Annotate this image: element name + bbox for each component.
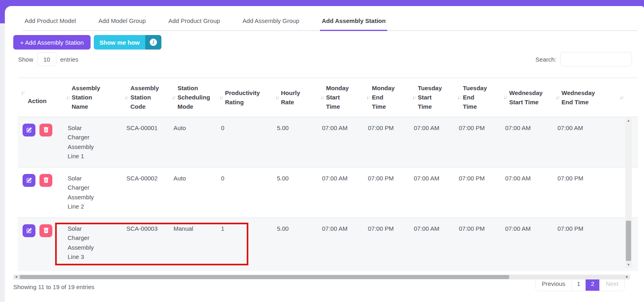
cell-tuesday-start: 07:00 AM bbox=[409, 167, 454, 217]
vertical-scroll-thumb[interactable] bbox=[626, 221, 631, 261]
entries-summary: Showing 11 to 19 of 19 entries bbox=[13, 283, 95, 290]
cell-clipped bbox=[606, 117, 638, 167]
delete-button[interactable] bbox=[39, 224, 52, 237]
cell-clipped bbox=[606, 217, 638, 271]
column-header-clipped[interactable]: ↓↑ bbox=[606, 78, 638, 117]
edit-button[interactable] bbox=[23, 124, 35, 137]
search-control: Search: bbox=[535, 52, 632, 66]
content-card: Add Product Model Add Model Group Add Pr… bbox=[5, 6, 644, 302]
sort-icon: ↓↑ bbox=[21, 89, 25, 95]
tab-add-assembly-station[interactable]: Add Assembly Station bbox=[320, 17, 387, 31]
search-label: Search: bbox=[535, 56, 556, 63]
edit-icon bbox=[26, 127, 32, 133]
scroll-down-arrow-icon[interactable]: ▼ bbox=[625, 262, 632, 268]
table-header-row: ↓↑ Action ↓↑ Assembly Station Name bbox=[18, 78, 638, 117]
cell-scheduling-mode: Auto bbox=[169, 117, 216, 167]
cell-station-code: SCA-00003 bbox=[122, 217, 169, 271]
cell-hourly-rate: 5.00 bbox=[272, 217, 317, 271]
cell-station-code: SCA-00001 bbox=[122, 117, 169, 167]
cell-wednesday-end: 07:00 PM bbox=[553, 217, 606, 271]
column-header-wednesday-end-time[interactable]: ↓↑ Wednesday End Time bbox=[553, 78, 606, 117]
tab-add-assembly-group[interactable]: Add Assembly Group bbox=[241, 17, 301, 31]
tab-add-model-group[interactable]: Add Model Group bbox=[97, 17, 148, 31]
cell-station-code: SCA-00002 bbox=[122, 167, 169, 217]
column-header-monday-end-time[interactable]: ↓↑ Monday End Time bbox=[363, 78, 409, 117]
show-label: Show bbox=[18, 56, 33, 63]
table-row-highlighted: Solar Charger Assembly Line 3 SCA-00003 … bbox=[18, 217, 638, 271]
cell-productivity-rating: 0 bbox=[216, 117, 272, 167]
scroll-up-arrow-icon[interactable]: ▲ bbox=[625, 118, 632, 124]
cell-clipped bbox=[606, 167, 638, 217]
cell-station-name: Solar Charger Assembly Line 3 bbox=[63, 217, 122, 271]
info-circle-glyph: i bbox=[150, 39, 157, 46]
column-header-tuesday-start-time[interactable]: ↓↑ Tuesday Start Time bbox=[409, 78, 454, 117]
column-header-assembly-station-name[interactable]: ↓↑ Assembly Station Name bbox=[63, 78, 122, 117]
vertical-scrollbar[interactable]: ▲ ▼ bbox=[625, 118, 632, 268]
sort-icon: ↓↑ bbox=[412, 94, 416, 100]
add-assembly-station-button[interactable]: + Add Assembly Station bbox=[13, 35, 91, 50]
toolbar: + Add Assembly Station Show me how i bbox=[13, 35, 161, 50]
cell-scheduling-mode: Auto bbox=[169, 167, 216, 217]
cell-station-name: Solar Charger Assembly Line 1 bbox=[63, 117, 122, 167]
cell-tuesday-start: 07:00 AM bbox=[409, 217, 454, 271]
cell-hourly-rate: 5.00 bbox=[272, 117, 317, 167]
cell-monday-end: 07:00 PM bbox=[363, 117, 409, 167]
cell-wednesday-end: 07:00 AM bbox=[553, 117, 606, 167]
sort-icon: ↓↑ bbox=[275, 94, 279, 100]
cell-monday-start: 07:00 AM bbox=[317, 167, 363, 217]
sort-icon: ↓↑ bbox=[457, 94, 461, 100]
show-me-how-label: Show me how bbox=[94, 35, 145, 50]
sort-icon: ↓↑ bbox=[620, 94, 623, 100]
cell-tuesday-end: 07:00 PM bbox=[454, 117, 500, 167]
assembly-station-table: ↓↑ Action ↓↑ Assembly Station Name bbox=[18, 78, 638, 271]
table-row: Solar Charger Assembly Line 2 SCA-00002 … bbox=[18, 167, 638, 217]
tab-add-product-group[interactable]: Add Product Group bbox=[167, 17, 221, 31]
column-header-action[interactable]: ↓↑ Action bbox=[18, 78, 63, 117]
column-header-station-scheduling-mode[interactable]: ↓↑ Station Scheduling Mode bbox=[169, 78, 216, 117]
column-header-hourly-rate[interactable]: ↓↑ Hourly Rate bbox=[272, 78, 317, 117]
action-cell bbox=[18, 117, 63, 167]
column-header-wednesday-start-time[interactable]: ↓↑ Wednesday Start Time bbox=[500, 78, 553, 117]
edit-button[interactable] bbox=[23, 174, 35, 187]
edit-button[interactable] bbox=[23, 224, 35, 237]
info-icon: i bbox=[145, 35, 161, 50]
trash-icon bbox=[43, 127, 49, 133]
delete-button[interactable] bbox=[39, 124, 52, 137]
delete-button[interactable] bbox=[39, 174, 52, 187]
cell-monday-end: 07:00 PM bbox=[363, 217, 409, 271]
tab-add-product-model[interactable]: Add Product Model bbox=[23, 17, 78, 31]
trash-icon bbox=[43, 228, 49, 234]
cell-wednesday-start: 07:00 AM bbox=[500, 217, 553, 271]
cell-monday-end: 07:00 PM bbox=[363, 167, 409, 217]
column-header-productivity-rating[interactable]: ↓↑ Productivity Rating bbox=[216, 78, 272, 117]
column-header-assembly-station-code[interactable]: ↓↑ Assembly Station Code bbox=[122, 78, 169, 117]
action-cell bbox=[18, 167, 63, 217]
cell-productivity-rating: 0 bbox=[216, 167, 272, 217]
cell-tuesday-end: 07:00 PM bbox=[454, 217, 500, 271]
page-size-select[interactable]: 10 bbox=[37, 52, 56, 66]
search-input[interactable] bbox=[560, 52, 632, 66]
column-header-monday-start-time[interactable]: ↓↑ Monday Start Time bbox=[317, 78, 363, 117]
cell-hourly-rate: 5.00 bbox=[272, 167, 317, 217]
list-controls: Show 10 entries Search: bbox=[18, 52, 632, 66]
horizontal-scroll-thumb[interactable] bbox=[20, 275, 509, 279]
sort-icon: ↓↑ bbox=[66, 94, 70, 100]
sort-icon: ↓↑ bbox=[320, 94, 324, 100]
table-zone: ↓↑ Action ↓↑ Assembly Station Name bbox=[18, 78, 638, 279]
horizontal-scrollbar[interactable]: ◄ ► bbox=[13, 275, 630, 279]
sort-icon: ↓↑ bbox=[504, 94, 507, 100]
edit-icon bbox=[26, 228, 32, 234]
sort-icon: ↓↑ bbox=[125, 94, 128, 100]
scroll-left-arrow-icon[interactable]: ◄ bbox=[13, 275, 19, 279]
column-header-tuesday-end-time[interactable]: ↓↑ Tuesday End Time bbox=[454, 78, 500, 117]
cell-station-name: Solar Charger Assembly Line 2 bbox=[63, 167, 122, 217]
cell-productivity-rating: 1 bbox=[216, 217, 272, 271]
cell-wednesday-start: 07:00 AM bbox=[500, 167, 553, 217]
edit-icon bbox=[26, 177, 32, 183]
tab-bar: Add Product Model Add Model Group Add Pr… bbox=[23, 17, 637, 31]
cell-wednesday-end: 07:00 PM bbox=[553, 167, 606, 217]
show-me-how-button[interactable]: Show me how i bbox=[94, 35, 161, 50]
entries-label: entries bbox=[60, 56, 78, 63]
scroll-right-arrow-icon[interactable]: ► bbox=[624, 275, 630, 279]
sort-icon: ↓↑ bbox=[219, 94, 223, 100]
